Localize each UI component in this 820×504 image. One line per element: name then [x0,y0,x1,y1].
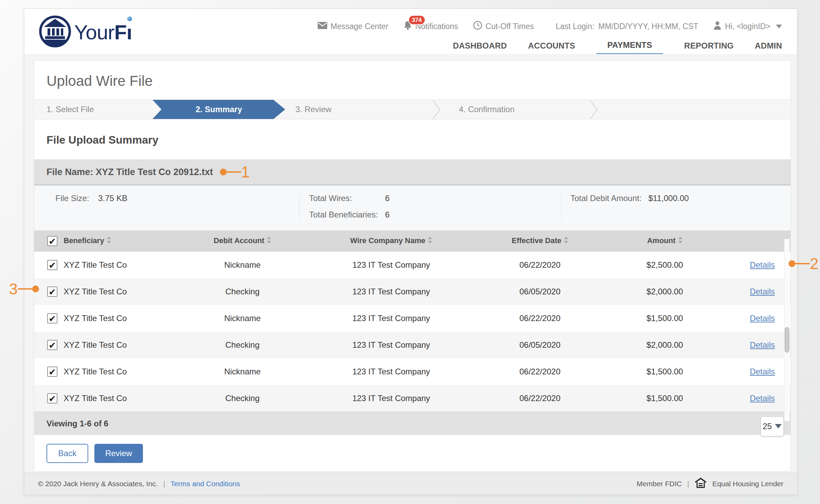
row-checkbox[interactable] [47,313,57,323]
copyright-text: © 2020 Jack Henry & Associates, Inc. [38,480,158,488]
cutoff-times-link[interactable]: Cut-Off Times [473,21,534,32]
cell-amount: $2,000.00 [610,278,719,305]
cell-effective-date: 06/05/2020 [470,332,610,358]
cell-beneficiary: XYZ Title Test Co [59,305,172,332]
sort-arrows-icon[interactable] [107,236,111,246]
details-link[interactable]: Details [750,367,775,376]
chevron-down-icon [775,424,782,428]
col-debit-account[interactable]: Debit Account [214,236,264,245]
bell-icon: 374 [404,21,412,32]
wires-table: Beneficiary Debit Account Wire Company N… [34,230,791,412]
sort-arrows-icon[interactable] [267,236,271,246]
step-select-file[interactable]: 1. Select File [34,100,153,119]
wizard-stepper: 1. Select File 2. Summary 3. Review 4. C… [34,100,791,119]
annotation-dot [32,286,39,292]
utility-bar: Message Center 374 Notifications Cut-Off… [318,21,782,32]
notifications-badge: 374 [408,15,425,25]
annotation-number: 3 [9,281,18,297]
details-link[interactable]: Details [750,340,775,349]
col-amount[interactable]: Amount [647,236,675,245]
cell-debit-account: Nickname [172,358,313,385]
annotation-callout-3: 3 [9,281,39,297]
details-link[interactable]: Details [750,260,775,269]
table-row: XYZ Title Test Co Checking 123 IT Test C… [34,385,791,412]
brand-name: YourFı [74,21,132,44]
total-debit-group: Total Debit Amount: $11,000.00 [561,194,791,220]
page-size-dropdown[interactable]: 25 [761,416,784,436]
review-button[interactable]: Review [94,444,143,463]
sort-arrows-icon[interactable] [564,236,568,246]
content-area: Upload Wire File 1. Select File 2. Summa… [24,54,797,473]
divider: | [163,480,165,488]
file-size-value: 3.75 KB [98,194,127,203]
logo-i-dot [127,16,132,21]
terms-link[interactable]: Terms and Conditions [171,480,240,488]
annotation-line [227,171,241,173]
col-beneficiary[interactable]: Beneficiary [64,236,104,245]
row-checkbox[interactable] [47,287,57,297]
cell-amount: $1,500.00 [610,358,719,385]
annotation-1: 1 [220,164,250,180]
total-beneficiaries-value: 6 [385,210,389,220]
cell-beneficiary: XYZ Title Test Co [59,252,172,278]
cell-wire-company: 123 IT Test Company [313,252,470,278]
cell-amount: $1,500.00 [610,385,719,412]
file-name-text: File Name: XYZ Title Test Co 20912.txt [47,167,213,177]
row-checkbox[interactable] [47,393,57,403]
step-summary-active[interactable]: 2. Summary [153,100,285,119]
user-greeting: Hi, <loginID> [725,22,770,31]
annotation-dot [789,260,795,267]
cell-wire-company: 123 IT Test Company [313,358,470,385]
sort-arrows-icon[interactable] [428,236,432,246]
bank-icon [38,14,72,50]
table-row: XYZ Title Test Co Nickname 123 IT Test C… [34,252,791,278]
sort-arrows-icon[interactable] [678,236,683,246]
cell-debit-account: Nickname [172,252,313,278]
message-center-link[interactable]: Message Center [318,22,388,31]
details-link[interactable]: Details [750,314,775,323]
cell-wire-company: 123 IT Test Company [313,278,470,305]
step-review[interactable]: 3. Review [285,100,432,119]
file-name-bar: File Name: XYZ Title Test Co 20912.txt 1 [34,159,791,185]
clock-icon [473,21,482,32]
file-size-label: File Size: [55,194,98,203]
notifications-link[interactable]: 374 Notifications [404,21,458,32]
chevron-down-icon [776,25,782,28]
app-footer: © 2020 Jack Henry & Associates, Inc. | T… [24,473,797,494]
app-header: YourFı Message Center 374 Notifications [24,9,797,54]
total-debit-value: $11,000.00 [648,194,689,203]
file-info-section: File Size: 3.75 KB Total Wires: 6 Total … [34,185,791,230]
cell-beneficiary: XYZ Title Test Co [59,385,172,412]
col-wire-company[interactable]: Wire Company Name [350,236,425,245]
select-all-checkbox[interactable] [47,236,57,246]
file-size-group: File Size: 3.75 KB [34,194,299,220]
total-debit-label: Total Debit Amount: [570,194,648,203]
cell-debit-account: Checking [172,278,313,305]
step-confirmation[interactable]: 4. Confirmation [441,100,589,119]
cell-debit-account: Nickname [172,305,313,332]
form-actions: Back Review [34,435,791,472]
row-checkbox[interactable] [47,367,57,377]
total-wires-label: Total Wires: [309,194,385,203]
member-fdic-text: Member FDIC [637,480,682,488]
brand-logo: YourFı [38,14,132,50]
col-effective-date[interactable]: Effective Date [512,236,561,245]
details-link[interactable]: Details [750,287,775,296]
details-link[interactable]: Details [750,394,775,403]
envelope-icon [318,22,327,31]
cell-wire-company: 123 IT Test Company [313,305,470,332]
cell-amount: $2,500.00 [610,252,719,278]
table-row: XYZ Title Test Co Nickname 123 IT Test C… [34,358,791,385]
viewing-count: Viewing 1-6 of 6 [47,419,108,428]
row-checkbox[interactable] [47,260,57,270]
user-menu[interactable]: Hi, <loginID> [713,21,782,32]
message-center-label: Message Center [331,22,388,31]
back-button[interactable]: Back [47,444,88,463]
scrollbar-thumb[interactable] [785,327,789,353]
last-login-value: MM/DD/YYYY, HH:MM, CST [598,22,698,31]
section-heading: File Upload Summary [34,119,791,159]
annotation-number: 2 [810,256,819,271]
cell-wire-company: 123 IT Test Company [313,385,470,412]
cell-beneficiary: XYZ Title Test Co [59,278,172,305]
row-checkbox[interactable] [47,340,57,350]
